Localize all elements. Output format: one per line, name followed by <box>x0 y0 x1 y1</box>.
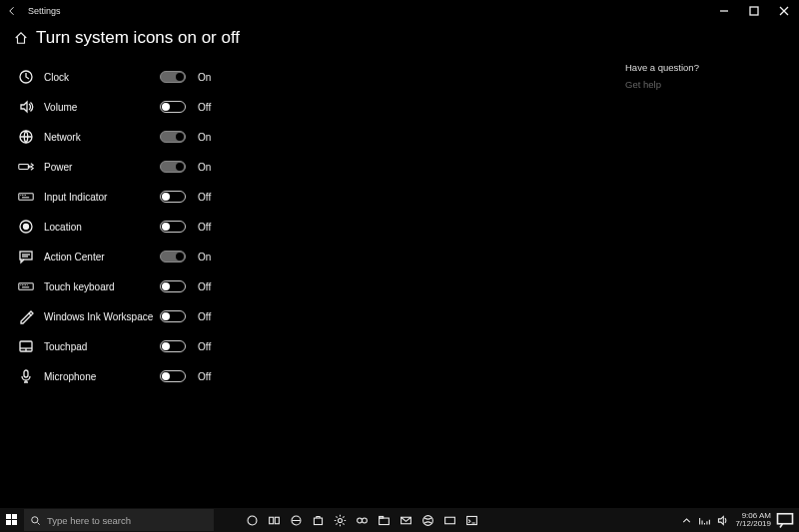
action-center-icon <box>14 249 38 265</box>
edge-app-icon[interactable] <box>286 508 306 532</box>
setting-row-location: LocationOff <box>14 212 539 242</box>
toggle-state-label: On <box>198 252 211 263</box>
toggle-windows-ink-workspace[interactable] <box>160 310 186 322</box>
svg-rect-34 <box>275 517 279 524</box>
setting-row-network: NetworkOn <box>14 122 539 152</box>
search-placeholder: Type here to search <box>47 515 131 526</box>
toggle-state-label: On <box>198 132 211 143</box>
explorer-app-icon[interactable] <box>374 508 394 532</box>
settings-app-icon[interactable] <box>330 508 350 532</box>
svg-point-15 <box>24 225 29 230</box>
store-app-icon[interactable] <box>308 508 328 532</box>
setting-label: Input Indicator <box>38 192 160 203</box>
setting-row-windows-ink-workspace: Windows Ink WorkspaceOff <box>14 301 539 331</box>
toggle-microphone[interactable] <box>160 370 186 382</box>
svg-point-38 <box>357 518 362 523</box>
tray-network-icon[interactable] <box>695 508 713 532</box>
terminal-app-icon[interactable] <box>461 508 481 532</box>
toggle-state-label: On <box>198 72 211 83</box>
back-button[interactable] <box>0 0 24 22</box>
touchpad-icon <box>14 338 38 354</box>
title-bar: Settings <box>0 0 799 22</box>
toggle-location[interactable] <box>160 221 186 233</box>
svg-rect-36 <box>314 518 322 525</box>
toggle-action-center[interactable] <box>160 251 186 263</box>
xbox-app-icon[interactable] <box>417 508 437 532</box>
home-icon[interactable] <box>14 31 28 45</box>
toggle-state-label: Off <box>198 222 211 233</box>
svg-point-30 <box>32 516 38 522</box>
windows-ink-workspace-icon <box>14 308 38 324</box>
page-title: Turn system icons on or off <box>36 28 240 48</box>
setting-label: Touchpad <box>38 341 160 352</box>
content-area: Turn system icons on or off ClockOnVolum… <box>0 22 799 508</box>
toggle-touchpad[interactable] <box>160 340 186 352</box>
svg-rect-33 <box>269 517 273 524</box>
search-icon <box>30 515 41 526</box>
toggle-network[interactable] <box>160 131 186 143</box>
setting-label: Microphone <box>38 371 160 382</box>
tray-volume-icon[interactable] <box>713 508 731 532</box>
toggle-input-indicator[interactable] <box>160 191 186 203</box>
microphone-icon <box>14 368 38 384</box>
search-box[interactable]: Type here to search <box>24 509 214 531</box>
setting-row-action-center: Action CenterOn <box>14 242 539 271</box>
setting-row-volume: VolumeOff <box>14 92 539 122</box>
toggle-volume[interactable] <box>160 101 186 113</box>
svg-point-39 <box>362 518 367 523</box>
help-panel: Have a question? Get help <box>625 62 755 90</box>
svg-rect-29 <box>24 370 28 377</box>
system-icons-list: ClockOnVolumeOffNetworkOnPowerOnInput In… <box>14 62 539 391</box>
toggle-power[interactable] <box>160 161 186 173</box>
maximize-button[interactable] <box>739 0 769 22</box>
setting-row-input-indicator: Input IndicatorOff <box>14 182 539 212</box>
toggle-state-label: On <box>198 162 211 173</box>
help-question: Have a question? <box>625 62 755 73</box>
svg-rect-6 <box>19 165 29 170</box>
setting-row-clock: ClockOn <box>14 62 539 92</box>
svg-rect-40 <box>379 518 389 525</box>
setting-row-power: PowerOn <box>14 152 539 182</box>
tray-chevron-icon[interactable] <box>677 508 695 532</box>
svg-rect-19 <box>19 283 33 289</box>
toggle-state-label: Off <box>198 341 211 352</box>
svg-point-32 <box>248 516 257 525</box>
setting-label: Windows Ink Workspace <box>38 311 160 322</box>
settings-window: Settings Turn system icons on or off Clo… <box>0 0 799 532</box>
toggle-state-label: Off <box>198 102 211 113</box>
setting-label: Touch keyboard <box>38 281 160 292</box>
network-icon <box>14 129 38 145</box>
toggle-state-label: Off <box>198 192 211 203</box>
clock-icon <box>14 69 38 85</box>
task-view-button[interactable] <box>264 508 284 532</box>
help-link[interactable]: Get help <box>625 79 755 90</box>
svg-rect-44 <box>444 517 454 524</box>
power-icon <box>14 159 38 175</box>
app-icon-2[interactable] <box>439 508 459 532</box>
arrow-left-icon <box>10 7 14 15</box>
minimize-button[interactable] <box>709 0 739 22</box>
toggle-clock[interactable] <box>160 71 186 83</box>
input-indicator-icon <box>14 189 38 205</box>
mail-app-icon[interactable] <box>396 508 415 532</box>
toggle-touch-keyboard[interactable] <box>160 280 186 292</box>
taskbar-date: 7/12/2019 <box>735 520 771 528</box>
location-icon <box>14 219 38 235</box>
setting-label: Clock <box>38 72 160 83</box>
main-panel: Turn system icons on or off ClockOnVolum… <box>0 22 539 508</box>
svg-line-31 <box>38 522 40 524</box>
setting-row-touch-keyboard: Touch keyboardOff <box>14 271 539 301</box>
action-center-button[interactable] <box>775 508 795 532</box>
taskbar-apps <box>242 508 481 532</box>
svg-rect-8 <box>19 194 33 200</box>
close-button[interactable] <box>769 0 799 22</box>
start-button[interactable] <box>0 508 24 532</box>
toggle-state-label: Off <box>198 311 211 322</box>
setting-label: Action Center <box>38 252 160 263</box>
setting-row-touchpad: TouchpadOff <box>14 331 539 361</box>
svg-point-43 <box>422 515 432 525</box>
setting-row-microphone: MicrophoneOff <box>14 361 539 391</box>
taskbar-clock[interactable]: 9:06 AM 7/12/2019 <box>731 512 775 528</box>
app-icon[interactable] <box>352 508 372 532</box>
cortana-button[interactable] <box>242 508 262 532</box>
